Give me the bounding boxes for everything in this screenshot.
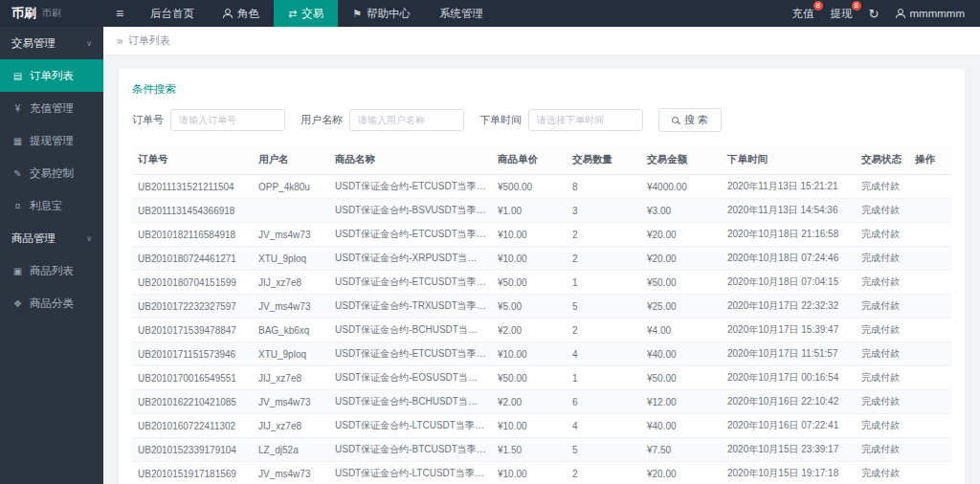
cell-product-name: USDT保证金合约-ETCUSDT当季0926 <box>329 223 492 247</box>
cell-status: 完成付款 <box>856 175 909 199</box>
cell-unit-price: ¥10.00 <box>492 462 567 484</box>
cell-order-time: 2020年10月16日 22:10:42 <box>722 390 856 414</box>
search-button[interactable]: 搜 索 <box>658 108 722 132</box>
recharge-label: 充值 <box>792 8 814 19</box>
cell-order-no: UB2010162210421085 <box>132 390 253 414</box>
cell-username: JIJ_xz7e8 <box>253 366 329 390</box>
withdraw-badge: 8 <box>852 1 861 11</box>
order-time-label: 下单时间 <box>479 113 522 127</box>
cell-order-no: UB2010171151573946 <box>132 342 253 366</box>
user-name-label: 用户名称 <box>301 113 343 127</box>
sidebar-item[interactable]: ▣商品列表 <box>0 254 103 287</box>
cell-status: 完成付款 <box>856 295 909 319</box>
cell-product-name: USDT保证金合约-BSVUSDT当季0926 <box>329 199 492 223</box>
cell-amount: ¥4.00 <box>641 319 722 342</box>
cell-order-no: UB2011131454366918 <box>132 199 253 223</box>
cell-product-name: USDT保证金合约-BCHUSDT当季0926 <box>329 390 492 414</box>
cell-order-time: 2020年10月18日 21:16:58 <box>722 223 856 247</box>
withdraw-link[interactable]: 提现 8 <box>831 7 853 21</box>
cell-order-no: UB2010170016549551 <box>132 366 253 390</box>
top-nav-trade[interactable]: ⇄交易 <box>274 0 338 27</box>
cell-action <box>909 462 951 484</box>
cell-quantity: 4 <box>567 342 641 366</box>
sidebar-item[interactable]: ¤利息宝 <box>0 189 103 222</box>
table-row: UB2010170016549551JIJ_xz7e8USDT保证金合约-EOS… <box>132 366 951 390</box>
cell-quantity: 5 <box>567 295 641 319</box>
cell-order-time: 2020年11月13日 15:21:21 <box>722 175 856 199</box>
refresh-icon[interactable]: ↻ <box>869 7 880 21</box>
nav-label: 系统管理 <box>439 7 483 21</box>
sidebar-item[interactable]: ❖商品分类 <box>0 287 103 319</box>
cell-amount: ¥7.50 <box>641 438 722 462</box>
sidebar-item-label: 交易控制 <box>30 166 74 181</box>
cell-order-no: UB2010171539478847 <box>132 319 253 342</box>
product-list-icon: ▣ <box>12 266 23 276</box>
recharge-icon: ¥ <box>12 103 23 114</box>
cell-order-time: 2020年11月13日 14:54:36 <box>722 199 856 223</box>
top-nav-help[interactable]: ⚑帮助中心 <box>338 0 425 27</box>
col-header-unit-price: 商品单价 <box>492 145 567 175</box>
col-header-order-time: 下单时间 <box>722 145 856 175</box>
col-header-product-name: 商品名称 <box>329 145 492 175</box>
cell-status: 完成付款 <box>856 390 909 414</box>
order-no-input[interactable] <box>170 109 285 131</box>
breadcrumb: » 订单列表 <box>103 27 980 55</box>
main-content: » 订单列表 条件搜索 订单号 用户名称 下单时间 搜 索 订单号用户名商品名称… <box>103 27 980 484</box>
user-menu[interactable]: mmmmmm <box>896 8 965 19</box>
table-row: UB2010180724461271XTU_9ploqUSDT保证金合约-XRP… <box>132 247 951 271</box>
topbar-right: 充值 8 提现 8 ↻ mmmmmm <box>792 0 980 27</box>
table-row: UB2010171151573946XTU_9ploqUSDT保证金合约-ETC… <box>132 342 951 366</box>
order-no-label: 订单号 <box>132 113 164 127</box>
table-row: UB2011131454366918USDT保证金合约-BSVUSDT当季092… <box>132 199 951 223</box>
top-nav-system[interactable]: 系统管理 <box>425 0 498 27</box>
interest-icon: ¤ <box>12 201 23 211</box>
recharge-link[interactable]: 充值 8 <box>792 7 814 21</box>
cell-username: JV_ms4w73 <box>253 295 329 319</box>
order-time-input[interactable] <box>528 109 643 131</box>
sidebar-item[interactable]: ▤订单列表 <box>0 59 103 92</box>
search-form: 订单号 用户名称 下单时间 搜 索 <box>132 108 951 132</box>
col-header-order-no: 订单号 <box>132 145 253 175</box>
sidebar-group-header[interactable]: 商品管理∨ <box>0 222 103 254</box>
col-header-quantity: 交易数量 <box>567 145 641 175</box>
user-icon <box>896 9 905 18</box>
sidebar-item[interactable]: ▦提现管理 <box>0 124 103 157</box>
cell-order-no: UB2010152339179104 <box>132 438 253 462</box>
top-nav-roles[interactable]: 角色 <box>209 0 274 27</box>
cell-order-time: 2020年10月15日 23:39:17 <box>722 438 856 462</box>
cell-order-time: 2020年10月17日 22:32:32 <box>722 295 856 319</box>
cell-username: BAG_kb6xq <box>253 319 329 342</box>
top-nav-dashboard[interactable]: 后台首页 <box>136 0 209 27</box>
menu-toggle-icon[interactable]: ≡ <box>103 0 136 27</box>
cell-username: JIJ_xz7e8 <box>253 271 329 295</box>
cell-status: 完成付款 <box>856 414 909 438</box>
cell-unit-price: ¥10.00 <box>492 247 567 271</box>
table-row: UB2010152339179104LZ_dj52aUSDT保证金合约-BTCU… <box>132 438 951 462</box>
chevron-down-icon: ∨ <box>86 39 92 48</box>
cell-action <box>909 175 951 199</box>
cell-order-time: 2020年10月17日 11:51:57 <box>722 342 856 366</box>
cell-unit-price: ¥50.00 <box>492 271 567 295</box>
sidebar-group-header[interactable]: 交易管理∨ <box>0 27 103 59</box>
user-name-input[interactable] <box>349 109 464 131</box>
cell-unit-price: ¥2.00 <box>492 390 567 414</box>
sidebar-item[interactable]: ¥充值管理 <box>0 92 103 124</box>
cell-status: 完成付款 <box>856 342 909 366</box>
flag-icon: ⚑ <box>352 8 362 20</box>
cell-product-name: USDT保证金合约-ETCUSDT当季0926 <box>329 342 492 366</box>
cell-amount: ¥40.00 <box>641 342 722 366</box>
cell-action <box>909 342 951 366</box>
content-card: 条件搜索 订单号 用户名称 下单时间 搜 索 订单号用户名商品名称商品单价交易数… <box>119 69 965 484</box>
sidebar: 交易管理∨▤订单列表¥充值管理▦提现管理✎交易控制¤利息宝商品管理∨▣商品列表❖… <box>0 27 103 484</box>
cell-amount: ¥50.00 <box>641 366 722 390</box>
logo-text: 币刷 <box>11 5 36 22</box>
cell-product-name: USDT保证金合约-ETCUSDT当季0926 <box>329 271 492 295</box>
cell-username: XTU_9ploq <box>253 342 329 366</box>
sidebar-item[interactable]: ✎交易控制 <box>0 157 103 189</box>
cell-status: 完成付款 <box>856 319 909 342</box>
cell-quantity: 3 <box>567 199 641 223</box>
chevron-down-icon: ∨ <box>86 234 92 243</box>
table-row: UB2010151917181569JV_ms4w73USDT保证金合约-LTC… <box>132 462 951 484</box>
cell-action <box>909 438 951 462</box>
cell-action <box>909 223 951 247</box>
